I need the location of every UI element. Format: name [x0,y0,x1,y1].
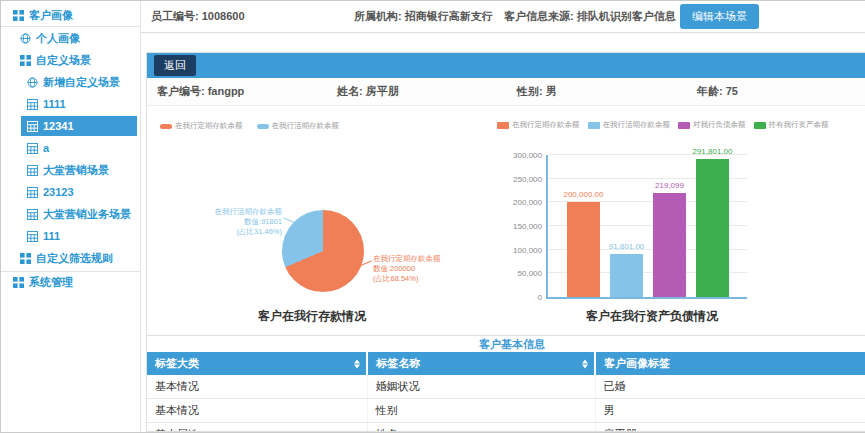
sidebar-item-label: 系统管理 [29,275,73,290]
sidebar-item-label: 12341 [43,120,74,132]
table-cell: 基本情况 [147,375,367,399]
table-row[interactable]: 基本属性姓名房平朋 [147,423,865,433]
info-source-label: 客户信息来源: [504,10,574,22]
customer-gender-value: 男 [546,85,557,97]
y-axis-tick: 50,000 [518,269,542,278]
legend-marker [497,122,509,129]
table-icon [27,231,38,242]
customer-age-value: 75 [726,85,738,97]
table-cell: 房平朋 [595,423,865,433]
back-button[interactable]: 返回 [154,55,196,76]
legend-item[interactable]: 在我行定期存款余额 [160,121,243,131]
sidebar-item-自定义筛选规则[interactable]: 自定义筛选规则 [1,247,140,269]
bar-对我行负债余额[interactable] [653,193,686,297]
column-header-标签大类[interactable]: 标签大类 [147,352,367,375]
table-icon [27,121,38,132]
sort-down-arrow [582,364,588,368]
sidebar-nav: 客户画像个人画像自定义场景新增自定义场景111112341a大堂营销场景2312… [1,5,140,293]
table-cell: 姓名 [367,423,595,433]
content-panel: 返回 客户编号:fangpp 姓名:房平朋 性别:男 年龄:75 在我行定期存款… [146,52,865,432]
bar-在我行活期存款余额[interactable] [610,254,643,297]
y-axis-tick: 100,000 [513,246,542,255]
sidebar-item-a[interactable]: a [1,137,140,159]
legend-marker [678,122,690,129]
sidebar-item-大堂营销业务场景[interactable]: 大堂营销业务场景 [1,203,140,225]
grid-icon [20,55,31,66]
customer-age-field: 年龄:75 [697,84,865,99]
table-cell: 性别 [367,399,595,423]
table-cell: 基本情况 [147,399,367,423]
sidebar-item-系统管理[interactable]: 系统管理 [1,271,140,293]
bar-value-label: 200,000.00 [549,190,619,199]
sidebar-item-label: 个人画像 [36,31,80,46]
pie-callout-demand-deposit: 在我行活期存款余额 数值:91801 (占比31.46%) [165,207,282,237]
sidebar-item-大堂营销场景[interactable]: 大堂营销场景 [1,159,140,181]
sidebar-item-label: 大堂营销业务场景 [43,207,131,222]
column-header-标签名称[interactable]: 标签名称 [367,352,595,375]
legend-marker [160,124,172,129]
legend-marker [257,124,269,129]
sidebar-item-label: 自定义场景 [36,53,91,68]
y-axis-tick: 0 [538,293,542,302]
customer-no-label: 客户编号: [157,85,205,97]
sidebar-item-新增自定义场景[interactable]: 新增自定义场景 [1,71,140,93]
globe-icon [27,77,38,88]
sort-icon[interactable] [582,359,588,368]
legend-item[interactable]: 在我行定期存款余额 [497,120,580,130]
edit-scene-button[interactable]: 编辑本场景 [680,4,759,29]
table-cell: 男 [595,399,865,423]
pie-callout-time-deposit: 在我行定期存款余额 数值:200000 (占比68.54%) [373,254,441,284]
table-icon [27,99,38,110]
legend-item[interactable]: 在我行活期存款余额 [257,121,340,131]
sidebar-item-自定义场景[interactable]: 自定义场景 [1,49,140,71]
table-cell: 婚姻状况 [367,375,595,399]
sidebar-item-1111[interactable]: 1111 [1,93,140,115]
sort-icon[interactable] [354,359,360,368]
table-cell: 基本属性 [147,423,367,433]
customer-name-label: 姓名: [337,85,363,97]
bar-持有我行资产余额[interactable] [696,159,729,297]
topbar: 员工编号:1008600 所属机构:招商银行高新支行 客户信息来源:排队机识别客… [141,1,865,33]
legend-label: 在我行定期存款余额 [175,121,243,131]
column-header-客户画像标签[interactable]: 客户画像标签 [595,352,865,375]
toolbar: 返回 [147,53,865,78]
sidebar-item-label: 23123 [43,186,74,198]
column-header-label: 客户画像标签 [604,357,670,369]
bar-value-label: 91,801.00 [592,242,662,251]
legend-label: 对我行负债余额 [693,120,746,130]
table-cell: 已婚 [595,375,865,399]
table-row[interactable]: 基本情况婚姻状况已婚 [147,375,865,399]
customer-gender-label: 性别: [517,85,543,97]
legend-label: 在我行活期存款余额 [603,120,671,130]
legend-item[interactable]: 在我行活期存款余额 [588,120,671,130]
sidebar-item-个人画像[interactable]: 个人画像 [1,27,140,49]
sidebar-item-label: 自定义筛选规则 [36,251,113,266]
legend-label: 在我行活期存款余额 [272,121,340,131]
sort-down-arrow [354,364,360,368]
column-header-label: 标签名称 [376,357,420,369]
employee-label: 员工编号: [151,10,199,22]
bar-plot: 300,000250,000200,000150,000100,00050,00… [546,155,747,299]
employee-value: 1008600 [202,10,245,22]
organization-value: 招商银行高新支行 [405,10,493,22]
table-header-row: 标签大类标签名称客户画像标签 [147,352,865,375]
grid-icon [13,277,24,288]
table-row[interactable]: 基本情况性别男 [147,399,865,423]
y-axis-tick: 300,000 [513,151,542,160]
legend-item[interactable]: 持有我行资产余额 [754,120,829,130]
legend-marker [754,122,766,129]
sidebar-item-12341[interactable]: 12341 [21,116,137,136]
legend-label: 在我行定期存款余额 [512,120,580,130]
legend-item[interactable]: 对我行负债余额 [678,120,746,130]
info-source-field: 客户信息来源:排队机识别客户信息 [504,9,680,24]
sidebar-item-客户画像[interactable]: 客户画像 [1,5,140,27]
y-axis-tick: 250,000 [513,175,542,184]
table-icon [27,165,38,176]
table-body: 基本情况婚姻状况已婚基本情况性别男基本属性姓名房平朋 [147,375,865,432]
organization-label: 所属机构: [354,10,402,22]
sidebar-item-23123[interactable]: 23123 [1,181,140,203]
sidebar-item-111[interactable]: 111 [1,225,140,247]
table-head: 标签大类标签名称客户画像标签 [147,352,865,375]
customer-no-value: fangpp [208,85,245,97]
sidebar-item-label: 新增自定义场景 [43,75,120,90]
